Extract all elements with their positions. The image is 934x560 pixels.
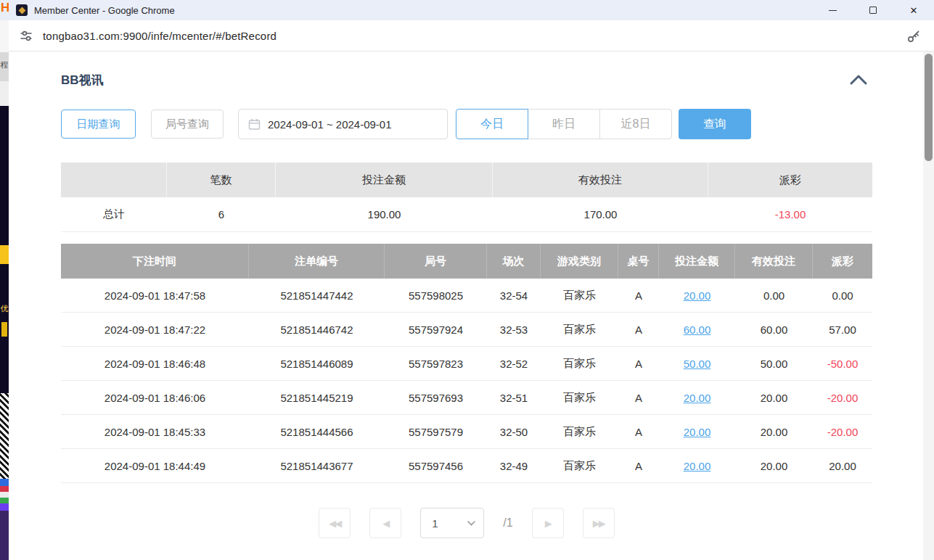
summary-cell: 6 xyxy=(167,197,276,232)
maximize-icon xyxy=(869,7,877,14)
close-button[interactable]: ✕ xyxy=(893,0,934,20)
next-page-button[interactable]: ▶ xyxy=(532,508,564,538)
today-button[interactable]: 今日 xyxy=(456,109,528,139)
page-total-label: /1 xyxy=(503,516,512,530)
cell-valid: 20.00 xyxy=(735,449,813,483)
table-body: 2024-09-01 18:47:58521851447442557598025… xyxy=(61,279,872,483)
cell-order: 521851447442 xyxy=(249,279,385,313)
date-range-input[interactable]: 2024-09-01 ~ 2024-09-01 xyxy=(238,109,448,139)
cell-valid: 60.00 xyxy=(735,313,813,347)
table-header-cell: 下注时间 xyxy=(61,244,249,279)
background-window-strip: H xyxy=(0,0,9,20)
maximize-button[interactable] xyxy=(853,0,893,20)
table-header-row: 下注时间注单编号局号场次游戏类别桌号投注金额有效投注派彩 xyxy=(61,244,872,279)
scrollbar-thumb[interactable] xyxy=(925,54,933,161)
scrollbar-track[interactable] xyxy=(923,52,934,560)
cell-game: 百家乐 xyxy=(541,313,618,347)
cell-session: 32-50 xyxy=(487,415,541,449)
background-window-strip: 程 xyxy=(0,52,9,81)
bet-record-table: 下注时间注单编号局号场次游戏类别桌号投注金额有效投注派彩 2024-09-01 … xyxy=(61,244,872,483)
window-title: Member Center - Google Chrome xyxy=(34,5,175,16)
last8days-button[interactable]: 近8日 xyxy=(599,109,672,139)
table-row: 2024-09-01 18:45:33521851444566557597579… xyxy=(61,415,872,449)
cell-bet[interactable]: 20.00 xyxy=(659,381,735,415)
cell-valid: 50.00 xyxy=(735,347,813,381)
table-row: 2024-09-01 18:47:22521851446742557597924… xyxy=(61,313,872,347)
summary-total-row: 总计6190.00170.00-13.00 xyxy=(61,197,872,232)
cell-session: 32-52 xyxy=(487,347,541,381)
minimize-button[interactable] xyxy=(812,0,853,20)
summary-cell: 170.00 xyxy=(493,197,708,232)
cell-session: 32-51 xyxy=(487,381,541,415)
summary-header-row: 笔数投注金额有效投注派彩 xyxy=(61,162,872,197)
prev-page-button[interactable]: ◀ xyxy=(369,508,401,538)
cell-session: 32-54 xyxy=(487,279,541,313)
cell-bet[interactable]: 60.00 xyxy=(659,313,735,347)
cell-valid: 0.00 xyxy=(735,279,813,313)
background-window-strip: 优 xyxy=(0,106,9,560)
cell-payout: 0.00 xyxy=(813,279,872,313)
table-header-cell: 派彩 xyxy=(813,244,872,279)
table-header-cell: 桌号 xyxy=(618,244,659,279)
cell-time: 2024-09-01 18:45:33 xyxy=(61,415,249,449)
yesterday-button[interactable]: 昨日 xyxy=(528,109,600,139)
cell-order: 521851444566 xyxy=(249,415,385,449)
window-titlebar[interactable]: Member Center - Google Chrome ✕ xyxy=(9,0,934,20)
cell-game: 百家乐 xyxy=(541,279,618,313)
cell-game: 百家乐 xyxy=(541,381,618,415)
collapse-chevron-icon[interactable] xyxy=(849,73,868,87)
summary-header-cell xyxy=(61,162,167,197)
cell-session: 32-53 xyxy=(487,313,541,347)
first-page-button[interactable]: ◀◀ xyxy=(319,508,351,538)
background-decor xyxy=(0,511,9,560)
round-query-tab[interactable]: 局号查询 xyxy=(151,110,224,139)
date-range-value: 2024-09-01 ~ 2024-09-01 xyxy=(268,118,392,131)
cell-round: 557598025 xyxy=(385,279,487,313)
summary-header-cell: 投注金额 xyxy=(276,162,493,197)
cell-bet[interactable]: 20.00 xyxy=(659,415,735,449)
background-decor xyxy=(1,322,7,337)
cell-round: 557597456 xyxy=(385,449,487,483)
background-decor xyxy=(0,245,9,264)
page-select-value: 1 xyxy=(432,517,438,530)
cell-valid: 20.00 xyxy=(735,415,813,449)
cell-bet[interactable]: 20.00 xyxy=(659,449,735,483)
last-page-button[interactable]: ▶▶ xyxy=(583,508,615,538)
background-window-strip xyxy=(0,81,9,106)
summary-header-cell: 派彩 xyxy=(708,162,872,197)
cell-table: A xyxy=(618,313,659,347)
cell-payout: -20.00 xyxy=(813,381,872,415)
summary-header-cell: 有效投注 xyxy=(493,162,708,197)
cell-bet[interactable]: 20.00 xyxy=(659,279,735,313)
url-text[interactable]: tongbao31.com:9900/infe/mcenter/#/betRec… xyxy=(43,30,276,42)
minimize-icon xyxy=(829,10,837,11)
window-controls: ✕ xyxy=(812,0,934,20)
address-bar[interactable]: tongbao31.com:9900/infe/mcenter/#/betRec… xyxy=(9,20,934,52)
cell-time: 2024-09-01 18:46:06 xyxy=(61,381,249,415)
background-char: 优 xyxy=(0,303,9,316)
page-title: BB视讯 xyxy=(61,72,104,88)
background-letter: H xyxy=(1,1,9,15)
summary-cell: -13.00 xyxy=(708,197,872,232)
table-row: 2024-09-01 18:47:58521851447442557598025… xyxy=(61,279,872,313)
search-button[interactable]: 查询 xyxy=(679,109,751,139)
password-key-icon[interactable] xyxy=(906,29,921,44)
cell-table: A xyxy=(618,415,659,449)
table-header-cell: 局号 xyxy=(385,244,487,279)
table-header-cell: 注单编号 xyxy=(249,244,385,279)
cell-bet[interactable]: 50.00 xyxy=(659,347,735,381)
cell-order: 521851446089 xyxy=(249,347,385,381)
page-select[interactable]: 1 xyxy=(420,508,484,538)
site-favicon xyxy=(16,4,28,16)
summary-table: 笔数投注金额有效投注派彩 总计6190.00170.00-13.00 xyxy=(61,162,872,232)
table-header-cell: 游戏类别 xyxy=(541,244,618,279)
cell-table: A xyxy=(618,347,659,381)
screen: H 程 优 Member Center - Google Chrome ✕ xyxy=(0,0,934,560)
summary-cell: 总计 xyxy=(61,197,167,232)
background-char: 程 xyxy=(1,60,9,69)
cell-game: 百家乐 xyxy=(541,415,618,449)
date-query-tab[interactable]: 日期查询 xyxy=(61,110,136,139)
browser-window: Member Center - Google Chrome ✕ tongbao3… xyxy=(9,0,934,560)
cell-game: 百家乐 xyxy=(541,449,618,483)
site-settings-icon[interactable] xyxy=(19,28,33,43)
